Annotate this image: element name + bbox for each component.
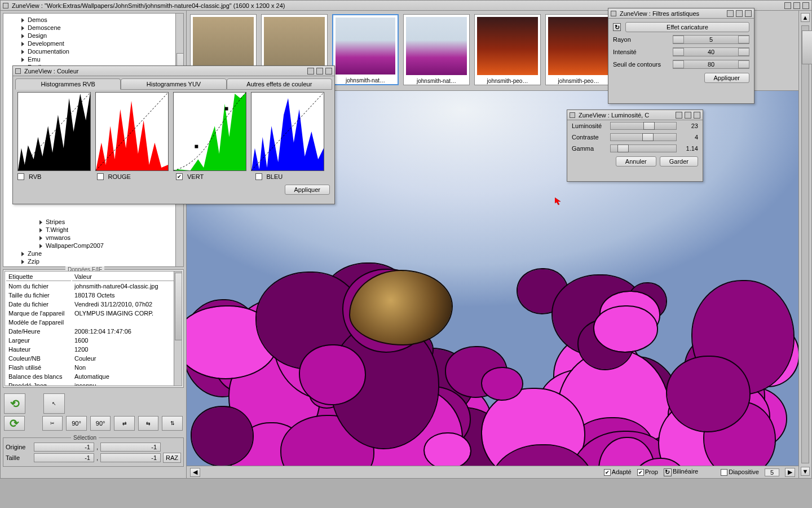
filter-cycle[interactable]: ↻Bilinéaire — [664, 468, 698, 476]
redo-button[interactable]: ⟳ — [4, 416, 25, 431]
tree-label: Stripes — [46, 218, 65, 225]
slider-knob[interactable] — [643, 122, 655, 130]
zoom-icon[interactable] — [316, 68, 323, 75]
thumbnail[interactable]: johnsmith-nat… — [403, 14, 470, 85]
filters-window[interactable]: ZuneView : Filtres artistiques ↻ Effet c… — [608, 8, 754, 104]
chevron-right-icon — [39, 244, 42, 248]
exif-row: Hauteur1200 — [6, 345, 180, 353]
brightness-window[interactable]: ZuneView : Luminosité, C Luminosité23Con… — [567, 110, 703, 182]
next-button[interactable]: ▶ — [785, 468, 795, 477]
tree-item[interactable]: Demos — [6, 16, 181, 24]
thumbnail[interactable]: johnsmith-peo… — [474, 14, 541, 85]
iconify-icon[interactable] — [784, 2, 791, 9]
right-scrollbar-area: ▲ ▼ — [799, 11, 811, 478]
spin-value: 40 — [703, 49, 720, 55]
zoom-icon[interactable] — [793, 2, 800, 9]
tree-item[interactable]: Design — [6, 32, 181, 40]
fit-toggle[interactable]: ✔Adapté — [604, 468, 632, 476]
thumb-vscroll[interactable] — [801, 25, 809, 463]
depth-icon[interactable] — [745, 10, 752, 17]
prev-button[interactable]: ◀ — [190, 468, 200, 477]
slider-knob[interactable] — [642, 133, 654, 141]
check-rouge[interactable] — [97, 173, 104, 180]
thumbnail[interactable]: johnsmith-nat… — [332, 14, 399, 85]
iconify-icon[interactable] — [307, 68, 314, 75]
tree-item[interactable]: Emu — [6, 55, 181, 63]
slider-row: Luminosité23 — [567, 120, 703, 132]
spin-input[interactable]: 40 — [673, 47, 749, 56]
iconify-icon[interactable] — [727, 10, 734, 17]
prop-toggle[interactable]: ✔Prop — [637, 468, 658, 476]
brightness-titlebar[interactable]: ZuneView : Luminosité, C — [567, 110, 703, 120]
slider[interactable] — [610, 133, 677, 141]
raz-button[interactable]: RAZ — [163, 453, 181, 463]
size-h-input[interactable]: -1 — [100, 453, 161, 462]
flip-h2-button[interactable]: ⇆ — [138, 416, 159, 431]
label-bleu: BLEU — [267, 173, 283, 180]
thumbnail-label: johnsmith-nat… — [333, 77, 398, 84]
filters-titlebar[interactable]: ZuneView : Filtres artistiques — [608, 8, 754, 19]
origin-x-input[interactable]: -1 — [34, 443, 94, 452]
check-rvb[interactable] — [17, 173, 24, 180]
origin-y-input[interactable]: -1 — [100, 443, 161, 452]
tab-other-effects[interactable]: Autres effets de couleur — [227, 78, 332, 90]
spin-input[interactable]: 5 — [673, 35, 749, 44]
brightness-keep-button[interactable]: Garder — [660, 156, 698, 167]
scrollbar-thumb[interactable] — [802, 30, 812, 64]
tree-item[interactable]: Development — [6, 40, 181, 47]
histogram-red[interactable] — [95, 92, 169, 171]
tab-histogram-rgb[interactable]: Histogrammes RVB — [15, 78, 121, 90]
color-titlebar[interactable]: ZuneView : Couleur — [13, 66, 334, 76]
slider[interactable] — [610, 122, 677, 130]
check-bleu[interactable] — [255, 173, 262, 180]
histogram-blue[interactable] — [251, 92, 324, 171]
tree-item[interactable]: vmwaros — [15, 234, 181, 242]
check-vert[interactable]: ✔ — [176, 173, 183, 180]
tree-item[interactable]: Stripes — [15, 218, 181, 226]
zoom-icon[interactable] — [736, 10, 743, 17]
close-icon[interactable] — [570, 112, 575, 118]
flip-h-button[interactable]: ⇄ — [114, 416, 135, 431]
close-icon[interactable] — [611, 11, 616, 16]
histogram-green[interactable] — [173, 92, 246, 171]
pointer-tool-button[interactable]: ↖ — [43, 393, 65, 414]
close-icon[interactable] — [15, 68, 21, 74]
filters-apply-button[interactable]: Appliquer — [704, 73, 749, 83]
crop-button[interactable]: ✂ — [42, 416, 63, 431]
scroll-up-button[interactable]: ▲ — [801, 13, 810, 22]
exif-scrollbar[interactable] — [174, 271, 182, 386]
tree-item[interactable]: Zune — [6, 249, 181, 257]
depth-icon[interactable] — [325, 68, 332, 75]
rotate-left-button[interactable]: 90° — [66, 416, 87, 431]
close-icon[interactable] — [3, 3, 8, 8]
color-window[interactable]: ZuneView : Couleur Histogrammes RVB Hist… — [12, 65, 335, 204]
size-w-input[interactable]: -1 — [34, 453, 94, 462]
rotate-right-button[interactable]: 90° — [90, 416, 111, 431]
tree-item[interactable]: Demoscene — [6, 24, 181, 32]
tab-histogram-yuv[interactable]: Histogrammes YUV — [121, 78, 226, 90]
tree-item[interactable]: Documentation — [6, 47, 181, 55]
spin-input[interactable]: 80 — [673, 60, 749, 69]
scroll-down-button[interactable]: ▼ — [801, 467, 810, 476]
slideshow-interval[interactable]: 5 — [765, 468, 779, 476]
color-apply-button[interactable]: Appliquer — [285, 185, 330, 195]
decorative-flower — [482, 368, 522, 400]
tree-item[interactable]: WallpaperComp2007 — [15, 242, 181, 249]
undo-button[interactable]: ⟲ — [4, 393, 25, 414]
tree-item[interactable]: Zzip — [6, 257, 181, 265]
scrollbar-thumb[interactable] — [175, 273, 182, 340]
effect-cycle[interactable]: ↻ — [613, 23, 621, 31]
iconify-icon[interactable] — [676, 112, 682, 119]
histogram-rvb[interactable] — [17, 92, 91, 171]
slideshow-toggle[interactable]: Diapositive — [721, 468, 759, 476]
zoom-icon[interactable] — [685, 112, 691, 119]
flip-v-button[interactable]: ⇅ — [162, 416, 183, 431]
depth-icon[interactable] — [802, 2, 809, 9]
effect-name[interactable]: Effet caricature — [625, 22, 749, 32]
brightness-cancel-button[interactable]: Annuler — [616, 156, 656, 167]
slider-knob[interactable] — [617, 144, 629, 152]
depth-icon[interactable] — [694, 112, 700, 119]
slider[interactable] — [610, 144, 677, 152]
thumbnail[interactable]: johnsmith-peo… — [545, 14, 612, 85]
tree-item[interactable]: T.Wright — [15, 226, 181, 234]
